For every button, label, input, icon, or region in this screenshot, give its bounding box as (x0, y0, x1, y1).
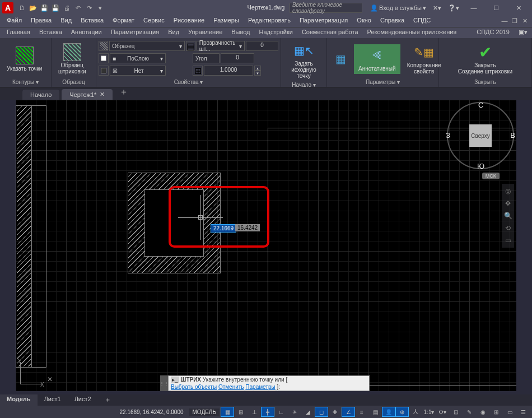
open-icon[interactable]: 📂 (28, 3, 38, 13)
sb-isolate-icon[interactable]: ◉ (476, 407, 489, 417)
drawing-canvas[interactable]: 22.1669 16.4242 Сверху С Ю В З МСК ◎ ✥ 🔍… (16, 100, 516, 391)
sb-iso-icon[interactable]: ◢ (301, 407, 315, 417)
close-window-button[interactable]: ✕ (507, 0, 530, 16)
layout-tab-model[interactable]: Модель (0, 394, 38, 406)
undo-icon[interactable]: ↶ (73, 3, 83, 13)
ribbon-tab-view[interactable]: Вид (164, 27, 184, 38)
hatch-color-dropdown[interactable]: ■ ПоСлою▾ (110, 53, 166, 63)
sb-3dosnap-icon[interactable]: ✚ (328, 407, 342, 417)
menu-view[interactable]: Вид (56, 16, 76, 27)
menu-modify[interactable]: Редактировать (244, 16, 295, 27)
ribbon-tab-home[interactable]: Главная (2, 27, 35, 38)
sb-cleanscreen-icon[interactable]: ▭ (503, 407, 516, 417)
layout-tab-add[interactable]: ＋ (98, 394, 118, 406)
menu-file[interactable]: Файл (2, 16, 26, 27)
help-icon[interactable]: ❔▾ (445, 3, 463, 13)
maximize-button[interactable]: ☐ (485, 0, 507, 16)
scale-spinner[interactable]: ▲▼ (254, 66, 261, 76)
menu-draw[interactable]: Рисование (169, 16, 209, 27)
nav-wheel-icon[interactable]: ◎ (503, 186, 513, 196)
doc-tab-drawing1[interactable]: Чертеж1*✕ (62, 89, 113, 100)
ribbon-tab-spds[interactable]: СПДС 2019 (472, 27, 514, 38)
nav-pan-icon[interactable]: ✥ (503, 198, 513, 208)
wcs-badge[interactable]: МСК (482, 173, 500, 179)
nav-zoom-icon[interactable]: 🔍 (503, 211, 513, 221)
sb-snap-icon[interactable]: ⊞ (234, 407, 248, 417)
menu-dimension[interactable]: Размеры (209, 16, 244, 27)
set-origin-button[interactable]: ▦↖ Задать исходную точку (283, 39, 324, 81)
hatch-bg-dropdown[interactable]: ☒ Нет▾ (110, 66, 166, 76)
angle-dropdown[interactable]: Угол (193, 53, 220, 63)
ribbon-tab-manage[interactable]: Управление (184, 27, 227, 38)
sb-transparency-icon[interactable]: ▤ (368, 407, 382, 417)
doc-minimize-icon[interactable]: — (500, 16, 510, 26)
ribbon-tab-insert[interactable]: Вставка (35, 27, 67, 38)
ribbon-tab-annotate[interactable]: Аннотации (67, 27, 106, 38)
doc-close-icon[interactable]: ✕ (520, 16, 530, 26)
menu-tools[interactable]: Сервис (139, 16, 169, 27)
menu-format[interactable]: Формат (108, 16, 139, 27)
vc-east[interactable]: В (510, 131, 515, 140)
cmd-kw-undo[interactable]: Отменить (218, 384, 244, 390)
transparency-dropdown[interactable]: Прозрачность шт...▾ (197, 41, 245, 51)
sb-scale-icon[interactable]: 1:1▾ (422, 407, 436, 417)
sb-units-icon[interactable]: ⊡ (449, 407, 463, 417)
ribbon-tab-collab[interactable]: Совместная работа (297, 27, 363, 38)
sb-ortho-icon[interactable]: ∟ (274, 407, 288, 417)
doc-tab-add[interactable]: ＋ (115, 85, 133, 100)
ribbon-collapse-icon[interactable]: ▣▾ (514, 27, 532, 38)
cmd-kw-settings[interactable]: Параметры (245, 384, 275, 390)
angle-value[interactable]: 0 (221, 53, 254, 63)
menu-edit[interactable]: Правка (26, 16, 56, 27)
sb-qprops-icon[interactable]: ✎ (463, 407, 476, 417)
hatch-pattern-button[interactable]: Образец штриховки (54, 41, 90, 77)
tab-close-icon[interactable]: ✕ (100, 91, 105, 98)
sb-polar-icon[interactable]: ✳ (288, 407, 301, 417)
vc-west[interactable]: З (446, 131, 450, 140)
dynamic-x-input[interactable]: 22.1669 (211, 224, 236, 233)
menu-spds[interactable]: СПДС (409, 16, 435, 27)
sb-osnap-icon[interactable]: ◻ (315, 407, 328, 417)
status-model-button[interactable]: МОДЕЛЬ (189, 408, 220, 416)
saveas-icon[interactable]: 💾 (50, 3, 60, 13)
viewcube-top-face[interactable]: Сверху (469, 124, 492, 147)
signin-button[interactable]: 👤 Вход в службы ▾ (367, 3, 430, 13)
panel-label-boundaries[interactable]: Контуры ▾ (2, 78, 49, 86)
associative-button[interactable]: ▦ (329, 48, 352, 70)
sb-otrack-icon[interactable]: ∠ (342, 407, 355, 417)
pattern-type-dropdown[interactable]: Образец▾ (109, 41, 184, 51)
ribbon-tab-addins[interactable]: Надстройки (255, 27, 297, 38)
save-icon[interactable]: 💾 (39, 3, 49, 13)
sb-annoscale-icon[interactable]: 人 (409, 407, 422, 417)
layout-tab-sheet2[interactable]: Лист2 (68, 394, 98, 406)
sb-selection-cycling-icon[interactable]: 👤 (382, 407, 395, 417)
app-logo[interactable]: A (2, 2, 13, 13)
menu-help[interactable]: Справка (376, 16, 409, 27)
sb-annomonitor-icon[interactable]: ⊕ (395, 407, 409, 417)
new-icon[interactable]: 🗋 (17, 3, 27, 13)
pick-points-button[interactable]: Указать точки (2, 44, 46, 74)
viewport-close-icon[interactable]: ✕ (47, 375, 53, 383)
qat-more-icon[interactable]: ▾ (95, 3, 105, 13)
nav-showmotion-icon[interactable]: ▭ (503, 235, 513, 245)
cmdline-handle[interactable]: ⋮⋮ (160, 375, 168, 391)
menu-insert[interactable]: Вставка (76, 16, 108, 27)
sb-dyninput-icon[interactable]: ╋ (261, 407, 274, 417)
redo-icon[interactable]: ↷ (84, 3, 94, 13)
ribbon-tab-featured[interactable]: Рекомендованные приложения (363, 27, 461, 38)
panel-label-pattern[interactable]: Образец (54, 78, 94, 86)
sb-infer-icon[interactable]: ⊥ (248, 407, 261, 417)
plot-icon[interactable]: 🖨 (62, 3, 72, 13)
close-hatch-button[interactable]: ✔ Закрыть Создание штриховки (454, 41, 517, 77)
sb-customize-icon[interactable]: ☰ (516, 407, 530, 417)
ribbon-tab-parametric[interactable]: Параметризация (106, 27, 164, 38)
cmd-kw-select[interactable]: Выбрать объекты (171, 384, 217, 390)
minimize-button[interactable]: — (463, 0, 485, 16)
sb-lineweight-icon[interactable]: ≡ (355, 407, 368, 417)
search-input[interactable]: Введите ключевое слово/фразу (290, 3, 362, 13)
annotative-button[interactable]: ⫷ Аннотативный (354, 44, 400, 74)
layout-tab-sheet1[interactable]: Лист1 (38, 394, 68, 406)
vc-north[interactable]: С (478, 101, 483, 109)
menu-window[interactable]: Окно (352, 16, 376, 27)
exchange-icon[interactable]: ✕▾ (430, 3, 445, 13)
